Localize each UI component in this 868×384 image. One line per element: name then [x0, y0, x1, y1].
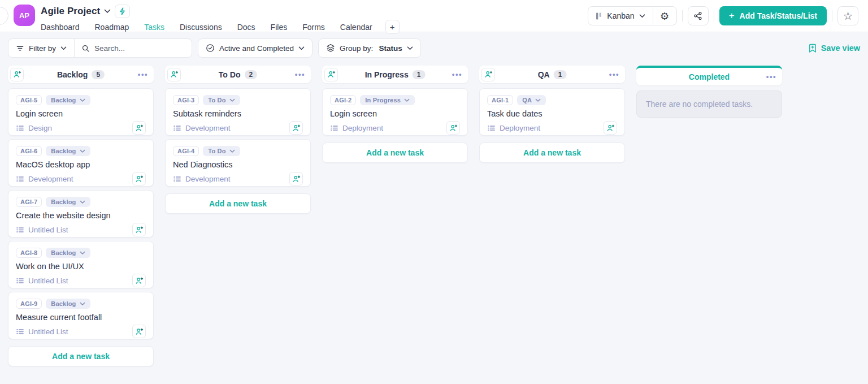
status-chevron-down-icon — [404, 98, 410, 102]
task-list-link[interactable]: Untitled List — [16, 327, 68, 336]
tab-calendar[interactable]: Calendar — [340, 23, 372, 32]
assign-user-button[interactable] — [132, 274, 146, 287]
task-card[interactable]: AGI-4 To Do Ned Diagnostics Development — [165, 139, 311, 187]
save-view-label: Save view — [821, 44, 860, 53]
task-title[interactable]: Create the website design — [16, 211, 146, 220]
column-title-group: To Do 2 — [219, 70, 257, 79]
task-list-link[interactable]: Untitled List — [16, 277, 68, 285]
search-input[interactable] — [94, 44, 185, 53]
task-card[interactable]: AGI-6 Backlog MacOS desktop app Developm… — [8, 139, 154, 187]
assign-user-button[interactable] — [289, 121, 303, 135]
task-list-link[interactable]: Untitled List — [16, 226, 68, 234]
task-title[interactable]: Ned Diagnostics — [173, 160, 303, 169]
assign-user-button[interactable] — [132, 121, 146, 135]
task-card[interactable]: AGI-1 QA Task due dates Deployment — [479, 88, 625, 136]
assign-user-button[interactable] — [604, 121, 617, 135]
task-card[interactable]: AGI-7 Backlog Create the website design … — [8, 190, 154, 238]
task-title[interactable]: MacOS desktop app — [16, 160, 146, 169]
share-button[interactable] — [688, 6, 709, 25]
task-card[interactable]: AGI-2 In Progress Login screen Deploymen… — [322, 88, 468, 136]
task-status-dropdown[interactable]: To Do — [203, 146, 240, 156]
task-list-link[interactable]: Development — [173, 175, 231, 183]
assign-user-button[interactable] — [132, 172, 146, 185]
task-title[interactable]: Measure current footfall — [16, 313, 146, 322]
star-icon: ☆ — [843, 11, 853, 21]
task-card[interactable]: AGI-3 To Do Subtask reminders Developmen… — [165, 88, 311, 136]
favorite-button[interactable]: ☆ — [837, 6, 858, 25]
view-switcher-dropdown[interactable]: Kanban — [588, 7, 653, 25]
add-task-status-list-button[interactable]: + Add Task/Status/List — [719, 6, 827, 25]
tab-docs[interactable]: Docs — [237, 23, 255, 32]
task-card[interactable]: AGI-5 Backlog Login screen Design — [8, 88, 154, 136]
assign-user-button[interactable] — [324, 68, 338, 81]
task-status-dropdown[interactable]: QA — [517, 95, 546, 105]
task-title[interactable]: Task due dates — [487, 109, 617, 118]
list-icon — [16, 124, 24, 132]
task-title[interactable]: Login screen — [16, 109, 146, 118]
status-chevron-down-icon — [80, 302, 85, 306]
task-list-link[interactable]: Deployment — [487, 124, 540, 132]
column-menu-ellipsis-icon[interactable]: ••• — [138, 70, 148, 79]
assign-user-button[interactable] — [132, 325, 146, 338]
save-view-button[interactable]: Save view — [808, 44, 860, 53]
task-status-dropdown[interactable]: Backlog — [46, 299, 90, 309]
card-footer: Development — [173, 121, 303, 135]
add-new-task-button[interactable]: Add a new task — [479, 143, 625, 163]
task-card[interactable]: AGI-8 Backlog Work on the UI/UX Untitled… — [8, 241, 154, 288]
assign-user-button[interactable] — [132, 223, 146, 236]
task-status-label: Backlog — [51, 97, 76, 103]
tab-roadmap[interactable]: Roadmap — [95, 23, 129, 32]
task-status-dropdown[interactable]: Backlog — [46, 146, 90, 156]
task-title[interactable]: Login screen — [330, 109, 460, 118]
column-cards: AGI-5 Backlog Login screen Design AGI-6 … — [8, 88, 154, 339]
column-header[interactable]: To Do 2 ••• — [165, 66, 311, 83]
column-menu-ellipsis-icon[interactable]: ••• — [609, 70, 619, 79]
add-new-task-button[interactable]: Add a new task — [322, 143, 468, 163]
task-status-dropdown[interactable]: Backlog — [46, 95, 90, 105]
project-chevron-down-icon[interactable] — [104, 9, 111, 14]
tab-discussions[interactable]: Discussions — [180, 23, 222, 32]
task-list-link[interactable]: Design — [16, 124, 52, 132]
add-person-icon — [135, 226, 144, 234]
task-status-label: Backlog — [51, 199, 76, 205]
column-header[interactable]: In Progress 1 ••• — [322, 66, 468, 83]
tab-files[interactable]: Files — [271, 23, 288, 32]
completion-filter-label: Active and Completed — [219, 44, 294, 53]
column-menu-ellipsis-icon[interactable]: ••• — [766, 72, 776, 81]
task-list-link[interactable]: Deployment — [330, 124, 383, 132]
tab-dashboard[interactable]: Dashboard — [41, 23, 80, 32]
assign-user-button[interactable] — [481, 68, 495, 81]
tab-tasks[interactable]: Tasks — [144, 23, 164, 32]
task-list-link[interactable]: Development — [16, 175, 73, 183]
task-status-dropdown[interactable]: In Progress — [360, 95, 415, 105]
task-status-dropdown[interactable]: Backlog — [46, 197, 90, 207]
add-person-icon — [449, 124, 458, 132]
add-new-task-button[interactable]: Add a new task — [165, 193, 311, 214]
layers-icon — [326, 44, 335, 53]
task-status-dropdown[interactable]: Backlog — [46, 248, 90, 258]
task-card[interactable]: AGI-9 Backlog Measure current footfall U… — [8, 292, 154, 339]
column-header[interactable]: Completed ••• — [636, 66, 782, 85]
tab-forms[interactable]: Forms — [302, 23, 325, 32]
filter-search-box: Filter by — [8, 38, 192, 58]
task-title[interactable]: Work on the UI/UX — [16, 262, 146, 271]
column-menu-ellipsis-icon[interactable]: ••• — [452, 70, 462, 79]
assign-user-button[interactable] — [10, 68, 24, 81]
group-by-dropdown[interactable]: Group by: Status — [318, 38, 421, 58]
task-title[interactable]: Subtask reminders — [173, 109, 303, 118]
add-tab-button[interactable]: + — [385, 20, 400, 34]
filter-by-dropdown[interactable]: Filter by — [8, 39, 75, 57]
completion-filter-dropdown[interactable]: Active and Completed — [198, 38, 313, 58]
column-header[interactable]: Backlog 5 ••• — [8, 66, 154, 83]
assign-user-button[interactable] — [289, 172, 303, 185]
automation-bolt-icon[interactable] — [115, 5, 130, 18]
assign-user-button[interactable] — [446, 121, 460, 135]
column-menu-ellipsis-icon[interactable]: ••• — [295, 70, 305, 79]
column-header[interactable]: QA 1 ••• — [479, 66, 625, 83]
filter-by-label: Filter by — [29, 44, 56, 53]
task-list-link[interactable]: Development — [173, 124, 231, 132]
board-settings-button[interactable]: ⚙ — [653, 7, 676, 25]
task-status-dropdown[interactable]: To Do — [203, 95, 240, 105]
assign-user-button[interactable] — [167, 68, 181, 81]
add-new-task-button[interactable]: Add a new task — [8, 346, 154, 366]
